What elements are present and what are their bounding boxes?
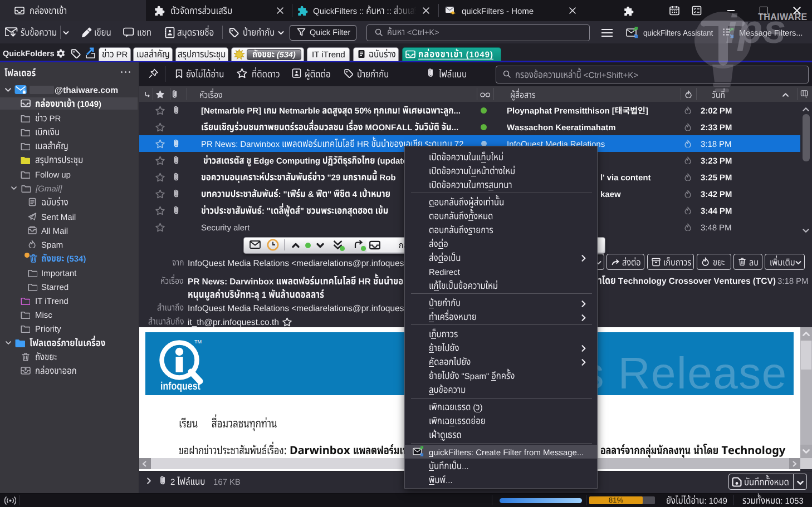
svg-text:THAIWARE: THAIWARE [758, 12, 808, 22]
svg-text:TM: TM [194, 339, 202, 344]
